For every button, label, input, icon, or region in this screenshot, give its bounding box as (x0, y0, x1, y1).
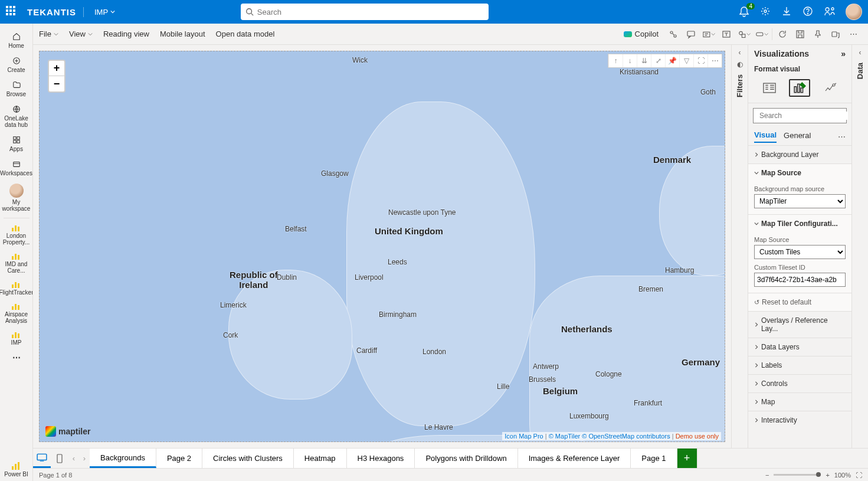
subscribe-icon[interactable] (702, 28, 715, 41)
tab-visual[interactable]: Visual (754, 130, 777, 143)
page-tab[interactable]: Page 1 (631, 449, 677, 468)
nav-browse[interactable]: Browse (0, 77, 32, 101)
save-icon[interactable] (794, 28, 807, 41)
page-tab[interactable]: Heatmap (294, 449, 347, 468)
nav-powerbi[interactable]: Power BI (0, 459, 32, 481)
analytics-mode[interactable] (820, 79, 841, 97)
page-tab[interactable]: Polygons with Drilldown (415, 449, 517, 468)
menu-mobile-layout[interactable]: Mobile layout (160, 30, 205, 38)
format-section[interactable]: Map (748, 392, 851, 411)
tabs-scroll-right[interactable]: › (79, 449, 90, 468)
drill-mode-icon[interactable]: ⤢ (651, 54, 665, 67)
format-section[interactable]: Overlays / Reference Lay... (748, 311, 851, 338)
powerbi-icon (12, 463, 21, 470)
nav-workspaces[interactable]: Workspaces (0, 156, 32, 180)
download-icon[interactable] (782, 6, 792, 17)
settings-icon[interactable] (761, 6, 771, 17)
ribbon-more-icon[interactable]: ⋯ (847, 28, 860, 41)
zoom-out-btn[interactable]: − (765, 472, 769, 479)
format-section[interactable]: Controls (748, 374, 851, 392)
svg-rect-18 (17, 137, 19, 139)
tabs-scroll-left[interactable]: ‹ (68, 449, 79, 468)
filters-pane-collapsed[interactable]: ‹ ◐ Filters (731, 45, 748, 448)
nav-home[interactable]: Home (0, 28, 32, 53)
user-avatar[interactable] (846, 4, 862, 20)
format-search[interactable] (753, 108, 847, 123)
visual-more-icon[interactable]: ⋯ (707, 54, 722, 67)
trial-icon[interactable] (824, 6, 835, 17)
format-section[interactable]: Data Layers (748, 338, 851, 356)
section-map-source[interactable]: Map Source (748, 163, 851, 182)
map-label: Luxembourg (569, 412, 609, 420)
map-visual[interactable]: WickKristiansandGothGlasgowBelfastNewcas… (39, 51, 725, 442)
format-search-input[interactable] (759, 112, 848, 120)
explore-icon[interactable] (667, 28, 680, 41)
search-input[interactable] (257, 8, 484, 17)
nav-onelake[interactable]: OneLake data hub (0, 101, 32, 132)
zoom-slider[interactable] (774, 474, 821, 476)
teams-icon[interactable] (829, 28, 842, 41)
focus-icon[interactable]: ⛶ (693, 54, 707, 67)
drill-up-icon[interactable]: ↑ (608, 54, 623, 67)
page-tab[interactable]: Circles with Clusters (202, 449, 294, 468)
page-tab[interactable]: Images & Reference Layer (518, 449, 631, 468)
nav-report-4[interactable]: IMP (0, 328, 32, 349)
pin-visual-icon[interactable] (811, 28, 824, 41)
data-pane-collapsed[interactable]: ‹ Data (851, 45, 868, 448)
zoom-out-button[interactable]: − (49, 76, 64, 91)
menu-view[interactable]: View (69, 30, 93, 38)
page-tab[interactable]: H3 Hexagons (347, 449, 415, 468)
add-page-button[interactable]: + (677, 449, 697, 468)
bg-source-select[interactable]: MapTiler (754, 194, 846, 208)
nav-report-1[interactable]: IMD and Care... (0, 249, 32, 277)
report-icon (12, 253, 21, 260)
nav-my-workspace[interactable]: My workspace (0, 180, 32, 215)
refresh-icon[interactable] (776, 28, 789, 41)
build-visual-mode[interactable] (759, 79, 780, 97)
visualizations-pane: Visualizations » Format visual Visual Ge… (748, 45, 851, 448)
nav-create[interactable]: Create (0, 53, 32, 77)
page-tab[interactable]: Page 2 (156, 449, 202, 468)
expand-all-icon[interactable]: ⇊ (637, 54, 651, 67)
collapse-viz-icon[interactable]: » (841, 49, 846, 58)
tabs-more-icon[interactable]: ⋯ (838, 132, 846, 141)
notifications-icon[interactable]: 4 (739, 6, 750, 17)
tileset-id-input[interactable] (754, 273, 846, 287)
menu-reading-view[interactable]: Reading view (103, 30, 149, 38)
expand-data-icon[interactable]: ‹ (859, 48, 862, 57)
zoom-in-button[interactable]: + (49, 61, 64, 76)
shapes-icon[interactable] (738, 28, 751, 41)
format-section[interactable]: Labels (748, 356, 851, 374)
app-launcher-icon[interactable] (6, 6, 18, 18)
pin-icon[interactable]: 📌 (665, 54, 679, 67)
nav-report-3[interactable]: Airspace Analysis (0, 299, 32, 328)
fit-to-page-icon[interactable]: ⛶ (856, 472, 862, 479)
format-visual-mode[interactable] (789, 79, 810, 97)
section-tiler-config[interactable]: Map Tiler Configurati... (748, 214, 851, 233)
format-section[interactable]: Interactivity (748, 411, 851, 429)
global-search[interactable] (241, 4, 489, 20)
drill-down-icon[interactable]: ↓ (623, 54, 637, 67)
buttons-icon[interactable] (755, 28, 768, 41)
copilot-button[interactable]: Copilot (623, 30, 659, 39)
nav-report-2[interactable]: FlightTracker (0, 277, 32, 299)
expand-filters-icon[interactable]: ‹ (739, 48, 741, 57)
textbox-icon[interactable] (720, 28, 733, 41)
reset-to-default[interactable]: ↺ Reset to default (748, 293, 851, 311)
workspace-dropdown[interactable]: IMP (94, 8, 115, 17)
page-tab[interactable]: Backgrounds (90, 449, 156, 468)
comment-icon[interactable] (684, 28, 697, 41)
tab-general[interactable]: General (784, 131, 811, 142)
nav-report-0[interactable]: London Property... (0, 221, 32, 249)
nav-more[interactable]: ⋯ (0, 349, 32, 366)
nav-apps[interactable]: Apps (0, 132, 32, 156)
mobile-layout-mode[interactable] (51, 449, 68, 468)
menu-file[interactable]: File (39, 30, 58, 38)
filter-icon[interactable]: ▽ (679, 54, 693, 67)
help-icon[interactable] (803, 6, 814, 17)
section-background-layer[interactable]: Background Layer (748, 145, 851, 163)
zoom-in-btn[interactable]: + (826, 472, 829, 479)
desktop-layout-mode[interactable] (33, 449, 51, 468)
tiler-source-select[interactable]: Custom Tiles (754, 245, 846, 259)
menu-open-data-model[interactable]: Open data model (216, 30, 275, 38)
